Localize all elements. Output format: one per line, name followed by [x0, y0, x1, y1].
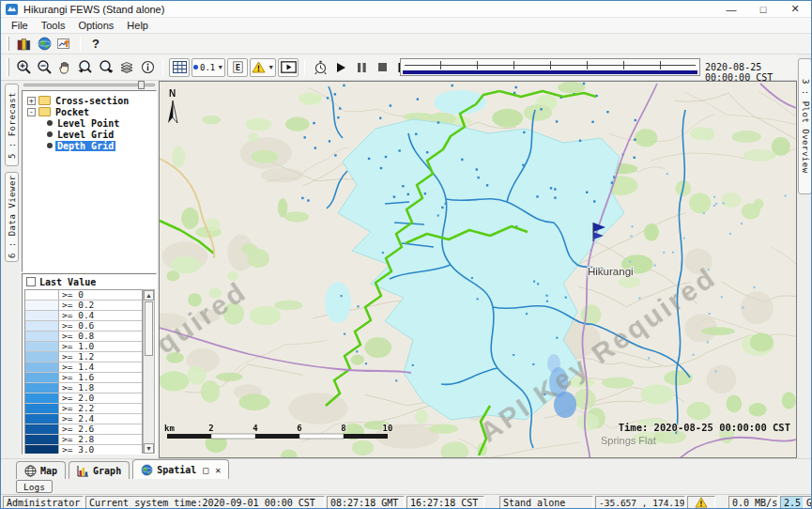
tab-spatial[interactable]: Spatial □ ✕ — [132, 459, 229, 479]
map-view[interactable]: API Key Required API Key Required Hikura… — [159, 81, 797, 458]
tab-data-viewer[interactable]: 6 : Data Viewer — [5, 172, 19, 262]
tree-item[interactable]: Depth Grid — [23, 140, 156, 151]
scroll-up-icon[interactable]: ▲ — [144, 290, 154, 301]
legend-color-swatch — [25, 311, 59, 320]
tab-forecast[interactable]: 5 : Forecast — [5, 84, 19, 166]
pause-button[interactable] — [351, 58, 372, 77]
toolbar-separator — [162, 60, 163, 75]
animation-timer-button[interactable] — [310, 58, 330, 77]
class-break-value: 0.1 — [200, 63, 215, 72]
legend-value-label: >= 1.4 — [59, 362, 94, 372]
map-canvas[interactable]: API Key Required API Key Required Hikura… — [160, 82, 797, 458]
scale-tick: 10 — [383, 424, 393, 433]
explorer-button[interactable] — [13, 35, 34, 54]
legend-color-swatch — [25, 321, 59, 331]
scale-unit: km — [164, 424, 175, 433]
menu-help[interactable]: Help — [120, 19, 155, 32]
legend-color-swatch — [25, 290, 59, 300]
zoom-out-button[interactable] — [34, 58, 54, 77]
scrollbar-thumb[interactable] — [145, 301, 153, 356]
legend-value-label: >= 3.0 — [59, 445, 94, 455]
explorer-icon — [17, 38, 31, 51]
zoom-next-button[interactable] — [96, 58, 116, 77]
legend-value-label: >= 2.0 — [59, 393, 94, 403]
close-tab-icon[interactable]: ✕ — [215, 465, 221, 475]
timeline-ruler — [405, 65, 696, 66]
legend-scrollbar[interactable]: ▲ ▼ — [143, 289, 155, 455]
legend-color-swatch — [25, 435, 59, 444]
tree-item[interactable]: Level Grid — [23, 129, 156, 140]
help-label: ? — [92, 37, 100, 51]
layer-panel: + Cross-section - Pocket Level Point — [20, 81, 159, 458]
minimize-button[interactable]: — — [715, 1, 747, 17]
tree-expander-icon[interactable]: - — [27, 108, 36, 116]
class-break-dropdown[interactable]: 0.1 ▼ — [192, 58, 225, 77]
legend-value-label: >= 0.2 — [59, 301, 94, 310]
globe-icon — [38, 37, 52, 51]
status-bar: Administrator Current system time:2020-0… — [1, 494, 811, 509]
menu-file[interactable]: File — [5, 19, 35, 32]
status-user: Administrator — [3, 496, 84, 509]
tab-map[interactable]: Map — [16, 461, 66, 479]
logs-button[interactable]: Logs — [16, 480, 53, 493]
area-label: Springs Flat — [601, 435, 656, 446]
tree-expander-icon[interactable]: + — [27, 97, 36, 105]
labels-toggle-button[interactable]: E — [227, 58, 248, 77]
opacity-slider[interactable] — [22, 81, 157, 89]
scale-tick: 8 — [341, 424, 345, 433]
tree-item[interactable]: + Cross-section — [23, 95, 156, 106]
chevron-down-icon: ▼ — [268, 64, 274, 70]
map-time-label: Time: 2020-08-25 00:00:00 CST — [619, 422, 790, 433]
thresholds-dropdown[interactable]: ▼ — [250, 58, 276, 77]
grid-display-button[interactable] — [169, 58, 190, 77]
tab-graph[interactable]: Graph — [69, 461, 130, 479]
last-value-checkbox[interactable] — [26, 277, 36, 286]
maximize-button[interactable]: □ — [747, 1, 779, 17]
zoom-previous-button[interactable] — [75, 58, 96, 77]
node-icon — [47, 120, 53, 126]
float-panel-icon[interactable]: □ — [203, 465, 208, 475]
scroll-down-icon[interactable]: ▼ — [144, 443, 154, 454]
status-system-time: Current system time:2020-09-01 00:00 CST — [85, 496, 325, 509]
tab-map-label: Map — [40, 466, 57, 476]
legend-color-swatch — [25, 424, 59, 434]
map-toolbar: 0.1 ▼ E ▼ — [1, 54, 797, 81]
slider-handle[interactable] — [138, 81, 145, 89]
menu-tools[interactable]: Tools — [35, 19, 72, 32]
timeline-slider[interactable] — [400, 58, 700, 76]
tree-item[interactable]: - Pocket — [23, 106, 156, 117]
display-tab-bar: Map Graph Spatial □ ✕ — [1, 458, 811, 479]
stop-button[interactable] — [372, 58, 392, 77]
import-display-button[interactable] — [54, 35, 75, 54]
status-gmt-time: 08:27:18 GMT — [327, 496, 405, 509]
close-button[interactable]: ✕ — [779, 1, 811, 17]
layer-tree: + Cross-section - Pocket Level Point — [22, 90, 157, 272]
spatial-display-button[interactable] — [34, 35, 54, 54]
tree-item[interactable]: Level Point — [23, 117, 156, 129]
help-button[interactable]: ? — [85, 35, 106, 54]
legend-color-swatch — [25, 362, 59, 372]
window-title: Hikurangi FEWS (Stand alone) — [23, 4, 164, 15]
tree-item-label: Depth Grid — [55, 141, 115, 151]
label-icon: E — [233, 61, 243, 73]
legend-panel: Last Value >= 0 >= 0.2 — [22, 273, 157, 455]
zoom-in-button[interactable] — [13, 58, 34, 77]
legend-row[interactable]: >= 3.0 — [25, 445, 142, 455]
menu-options[interactable]: Options — [71, 19, 120, 32]
play-icon — [335, 62, 346, 73]
tree-item-label: Cross-section — [54, 96, 130, 106]
status-coordinates: -35.657 , 174.199 — [595, 496, 685, 509]
play-button[interactable] — [330, 58, 351, 77]
legend-color-swatch — [25, 445, 59, 455]
tab-plot-overview[interactable]: 3 : Plot Overview — [798, 58, 812, 194]
pan-button[interactable] — [54, 58, 75, 77]
grid-icon — [173, 61, 187, 73]
wireframe-globe-icon — [24, 465, 37, 477]
info-button[interactable] — [137, 58, 158, 77]
status-warning-cell[interactable] — [687, 496, 715, 509]
toolbar-grip — [7, 58, 9, 76]
layers-button[interactable] — [116, 58, 137, 77]
animation-export-button[interactable] — [278, 58, 299, 77]
title-bar: Hikurangi FEWS (Stand alone) — □ ✕ — [1, 1, 811, 18]
town-label: Hikurangi — [588, 266, 634, 277]
